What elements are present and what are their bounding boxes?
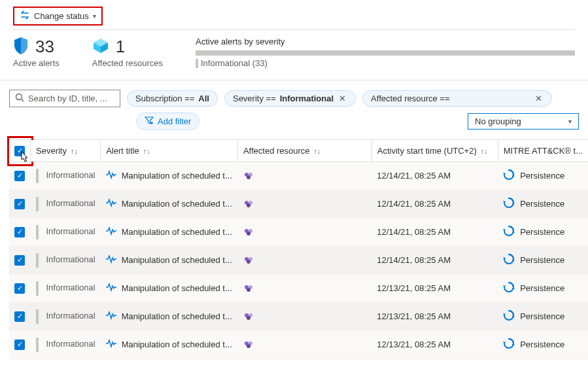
summary-bar: 33 Active alerts 1 Affected resources Ac… [0,37,588,80]
affected-resources-stat: 1 Affected resources [92,37,163,68]
active-alerts-stat: 33 Active alerts [13,37,60,68]
resource-icon [243,255,256,265]
col-resource[interactable]: Affected resource↑↓ [237,140,372,162]
sort-icon: ↑↓ [143,147,150,155]
filter-pill-subscription[interactable]: Subscription == All [127,90,218,107]
resource-icon [243,283,256,293]
filter-severity-prefix: Severity == [233,94,276,103]
grouping-value: No grouping [475,116,521,126]
persistence-icon [503,225,515,239]
pulse-icon [106,170,116,181]
filter-severity-remove[interactable]: ✕ [337,94,347,103]
row-checkbox[interactable]: ✓ [14,171,25,181]
sort-icon: ↑↓ [71,147,78,155]
row-mitre: Persistence [520,199,564,209]
shield-icon [13,37,29,57]
row-time: 12/14/21, 08:25 AM [372,218,498,246]
row-time: 12/14/21, 08:25 AM [372,162,498,190]
cube-icon [92,37,109,56]
sort-icon: ↑↓ [314,147,321,155]
add-filter-icon [145,116,154,127]
persistence-icon [503,197,515,211]
svg-line-1 [22,99,24,102]
svg-point-36 [247,344,251,348]
filter-resource-label: Affected resource == [371,94,449,103]
table-row[interactable]: ✓InformationalManipulation of scheduled … [9,218,588,246]
change-status-button[interactable]: Change status ▾ [13,7,103,26]
persistence-icon [503,338,515,351]
row-title: Manipulation of scheduled t... [122,340,232,349]
resource-icon [243,340,256,349]
row-mitre: Persistence [520,227,564,237]
severity-bar [196,50,575,56]
add-filter-button[interactable]: Add filter [136,113,199,130]
col-time[interactable]: Activity start time (UTC+2)↑↓ [372,140,498,162]
persistence-icon [503,169,515,183]
table-row[interactable]: ✓InformationalManipulation of scheduled … [9,246,588,274]
row-mitre: Persistence [520,255,564,265]
search-icon [15,93,24,104]
resource-icon [243,199,256,209]
change-status-label: Change status [34,11,89,21]
row-title: Manipulation of scheduled t... [122,311,232,321]
pulse-icon [106,226,116,237]
row-checkbox[interactable]: ✓ [14,255,25,266]
filter-subscription-value: All [198,94,209,103]
svg-point-21 [247,260,251,264]
svg-marker-17 [503,229,506,231]
table-row[interactable]: ✓InformationalManipulation of scheduled … [9,162,588,190]
col-title[interactable]: Alert title↑↓ [101,140,238,162]
row-checkbox[interactable]: ✓ [14,311,25,322]
col-mitre[interactable]: MITRE ATT&CK® t... [498,140,588,162]
chevron-down-icon: ▾ [93,12,96,20]
table-row[interactable]: ✓InformationalManipulation of scheduled … [9,274,588,302]
filter-severity-value: Informational [280,94,334,103]
pulse-icon [106,283,116,294]
svg-marker-7 [503,173,506,175]
sort-icon: ↑↓ [481,147,488,155]
select-all-checkbox[interactable]: ✓ [14,146,25,156]
svg-marker-12 [503,201,506,203]
row-title: Manipulation of scheduled t... [122,171,232,181]
table-row[interactable]: ✓InformationalManipulation of scheduled … [9,302,588,330]
change-status-icon [20,10,30,22]
row-severity: Informational [44,254,95,264]
col-severity[interactable]: Severity↑↓ [31,140,101,162]
chevron-down-icon: ▾ [568,118,572,125]
table-row[interactable]: ✓InformationalManipulation of scheduled … [9,330,588,358]
svg-marker-22 [503,257,506,259]
filter-pill-resource[interactable]: Affected resource == ✕ [362,90,552,107]
search-input[interactable]: Search by ID, title, ... [9,90,120,107]
pulse-icon [106,311,116,322]
svg-point-26 [247,288,251,292]
severity-line: Informational (33) [201,58,268,68]
row-time: 12/13/21, 08:25 AM [372,330,498,358]
filter-resource-remove[interactable]: ✕ [534,94,544,103]
filter-pill-severity[interactable]: Severity == Informational ✕ [224,90,356,107]
row-mitre: Persistence [520,311,564,321]
row-severity: Informational [44,283,95,292]
row-checkbox[interactable]: ✓ [14,340,25,350]
svg-marker-32 [503,313,506,315]
persistence-icon [503,281,515,295]
svg-marker-27 [503,285,506,287]
affected-count: 1 [116,37,125,57]
add-filter-label: Add filter [158,116,191,126]
search-placeholder: Search by ID, title, ... [28,94,107,103]
row-mitre: Persistence [520,340,564,349]
row-time: 12/13/21, 08:25 AM [372,302,498,330]
active-alerts-count: 33 [35,37,54,57]
svg-point-0 [16,94,22,100]
row-checkbox[interactable]: ✓ [14,199,25,209]
table-row[interactable]: ✓InformationalManipulation of scheduled … [9,190,588,218]
grouping-select[interactable]: No grouping ▾ [468,113,579,130]
svg-marker-37 [503,341,506,343]
row-title: Manipulation of scheduled t... [122,199,232,209]
severity-title: Active alerts by severity [196,37,575,46]
svg-point-6 [247,175,251,179]
svg-point-31 [247,316,251,320]
row-checkbox[interactable]: ✓ [14,227,25,237]
pulse-icon [106,198,116,209]
row-mitre: Persistence [520,171,564,181]
row-checkbox[interactable]: ✓ [14,283,25,294]
